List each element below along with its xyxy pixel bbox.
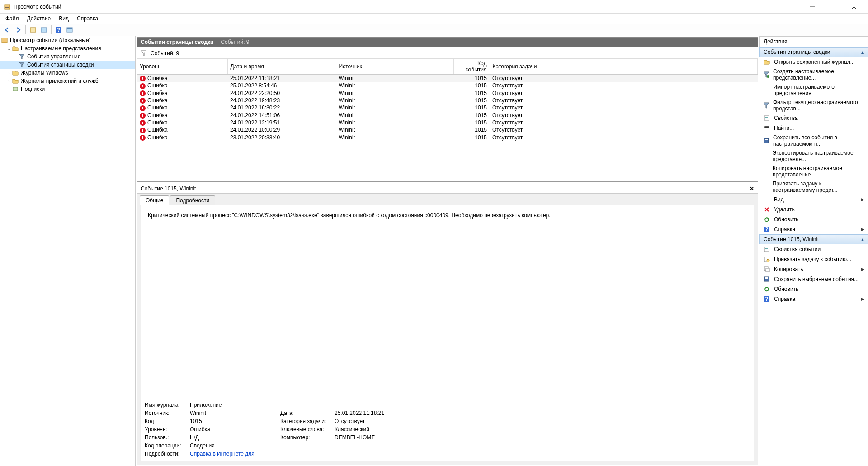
help-button[interactable]: ? <box>54 25 63 34</box>
action-item[interactable]: Создать настраиваемое представление... <box>760 67 868 82</box>
action-label: Свойства событий <box>774 246 821 252</box>
forward-button[interactable] <box>14 25 23 34</box>
blank-icon <box>763 183 769 190</box>
expander-icon[interactable]: › <box>6 71 12 76</box>
submenu-arrow-icon: ▶ <box>861 267 864 271</box>
collapse-icon[interactable]: ▴ <box>861 49 864 55</box>
action-item[interactable]: Обновить <box>760 284 868 294</box>
save-icon <box>763 137 769 144</box>
cell-task-cat: Отсутствует <box>490 119 758 126</box>
cell-level: Ошибка <box>147 75 168 81</box>
detail-close-button[interactable]: ✕ <box>750 185 754 192</box>
cell-source: Wininit <box>336 104 453 111</box>
table-row[interactable]: !Ошибка24.01.2022 10:00:29Wininit1015Отс… <box>137 126 758 133</box>
options-button[interactable] <box>65 25 74 34</box>
action-item[interactable]: Импорт настраиваемого представления <box>760 82 868 98</box>
error-icon: ! <box>140 128 146 133</box>
blank-icon <box>763 168 769 175</box>
menu-file[interactable]: Файл <box>2 14 23 23</box>
action-item[interactable]: Копировать▶ <box>760 264 868 274</box>
tree-root[interactable]: Просмотр событий (Локальный) <box>0 36 135 44</box>
col-event-id[interactable]: Код события <box>453 59 490 75</box>
filter-icon[interactable] <box>141 50 147 57</box>
table-row[interactable]: !Ошибка23.01.2022 20:33:40Wininit1015Отс… <box>137 134 758 141</box>
action-label: Обновить <box>774 216 798 223</box>
action-item[interactable]: Сохранить выбранные события... <box>760 274 868 284</box>
col-level[interactable]: Уровень <box>137 59 227 75</box>
table-row[interactable]: !Ошибка24.01.2022 22:20:50Wininit1015Отс… <box>137 90 758 97</box>
label-user: Пользов.: <box>145 434 185 441</box>
back-button[interactable] <box>3 25 12 34</box>
action-item[interactable]: Удалить <box>760 204 868 214</box>
expander-icon[interactable]: ⌄ <box>6 46 12 51</box>
action-item[interactable]: Обновить <box>760 214 868 224</box>
action-item[interactable]: Привязать задачу к событию... <box>760 254 868 264</box>
action-item[interactable]: Сохранить все события в настраиваемом п.… <box>760 133 868 148</box>
close-button[interactable] <box>844 0 864 14</box>
actions-group2-title[interactable]: Событие 1015, Wininit ▴ <box>760 234 868 244</box>
show-tree-button[interactable] <box>28 25 38 34</box>
menu-action[interactable]: Действие <box>24 14 55 23</box>
svg-rect-32 <box>766 268 769 272</box>
tab-general[interactable]: Общие <box>140 195 169 205</box>
action-label: Копировать настраиваемое представление..… <box>773 165 864 178</box>
tree-custom-views[interactable]: ⌄ Настраиваемые представления <box>0 44 135 52</box>
action-item[interactable]: Копировать настраиваемое представление..… <box>760 164 868 179</box>
action-item[interactable]: Экспортировать настраиваемое представле.… <box>760 148 868 164</box>
collapse-icon[interactable]: ▴ <box>861 236 864 243</box>
cell-datetime: 24.01.2022 12:19:51 <box>227 119 336 126</box>
tree-app-service-logs[interactable]: › Журналы приложений и служб <box>0 77 135 85</box>
action-item[interactable]: Открыть сохраненный журнал... <box>760 57 868 67</box>
online-help-link[interactable]: Справка в Интернете для <box>190 451 255 457</box>
delete-icon <box>763 206 770 213</box>
expander-icon[interactable]: › <box>6 79 12 84</box>
col-task-cat[interactable]: Категория задачи <box>490 59 758 75</box>
tab-details[interactable]: Подробности <box>170 195 215 205</box>
action-item[interactable]: ?Справка▶ <box>760 294 868 304</box>
table-row[interactable]: !Ошибка24.01.2022 14:51:06Wininit1015Отс… <box>137 112 758 119</box>
tree-admin-events[interactable]: События управления <box>0 52 135 61</box>
cell-datetime: 24.01.2022 19:48:23 <box>227 97 336 104</box>
toolbar-separator <box>25 25 26 34</box>
error-icon: ! <box>140 83 146 89</box>
action-label: Сохранить все события в настраиваемом п.… <box>773 134 864 147</box>
svg-text:?: ? <box>765 226 768 233</box>
props-icon <box>763 246 770 253</box>
events-table-container[interactable]: Уровень Дата и время Источник Код событи… <box>137 59 758 181</box>
cell-datetime: 23.01.2022 20:33:40 <box>227 134 336 141</box>
action-item[interactable]: ?Справка▶ <box>760 224 868 234</box>
col-datetime[interactable]: Дата и время <box>227 59 336 75</box>
val-opcode: Сведения <box>190 442 276 449</box>
action-item[interactable]: Свойства <box>760 113 868 123</box>
table-row[interactable]: !Ошибка25.01.2022 11:18:21Wininit1015Отс… <box>137 75 758 82</box>
action-item[interactable]: Найти... <box>760 123 868 133</box>
main-area: Просмотр событий (Локальный) ⌄ Настраива… <box>0 36 868 466</box>
table-row[interactable]: !Ошибка24.01.2022 12:19:51Wininit1015Отс… <box>137 119 758 126</box>
folder-icon <box>763 58 770 66</box>
table-row[interactable]: !Ошибка24.01.2022 16:30:22Wininit1015Отс… <box>137 104 758 111</box>
actions-group1-title[interactable]: События страницы сводки ▴ <box>760 47 868 57</box>
action-item[interactable]: Фильтр текущего настраиваемого представ.… <box>760 98 868 113</box>
minimize-button[interactable] <box>802 0 823 14</box>
menu-help[interactable]: Справка <box>73 14 102 23</box>
cell-task-cat: Отсутствует <box>490 134 758 141</box>
tree-windows-logs[interactable]: › Журналы Windows <box>0 69 135 77</box>
col-source[interactable]: Источник <box>336 59 453 75</box>
cell-datetime: 24.01.2022 16:30:22 <box>227 104 336 111</box>
table-row[interactable]: !Ошибка25.01.2022 8:54:46Wininit1015Отсу… <box>137 82 758 89</box>
menu-view[interactable]: Вид <box>55 14 72 23</box>
center-header-count: Событий: 9 <box>221 39 249 45</box>
action-label: Создать настраиваемое представление... <box>773 68 864 81</box>
tree-subscriptions[interactable]: Подписки <box>0 85 135 93</box>
folder-icon <box>12 69 19 76</box>
tree-summary-events[interactable]: События страницы сводки <box>0 61 135 69</box>
maximize-button[interactable] <box>823 0 844 14</box>
show-panel-button[interactable] <box>39 25 48 34</box>
action-item[interactable]: Вид▶ <box>760 195 868 204</box>
action-item[interactable]: Привязать задачу к настраиваемому предст… <box>760 179 868 195</box>
cell-task-cat: Отсутствует <box>490 97 758 104</box>
action-item[interactable]: Свойства событий <box>760 244 868 254</box>
cell-event-id: 1015 <box>453 104 490 111</box>
folder-icon <box>12 77 19 85</box>
table-row[interactable]: !Ошибка24.01.2022 19:48:23Wininit1015Отс… <box>137 97 758 104</box>
